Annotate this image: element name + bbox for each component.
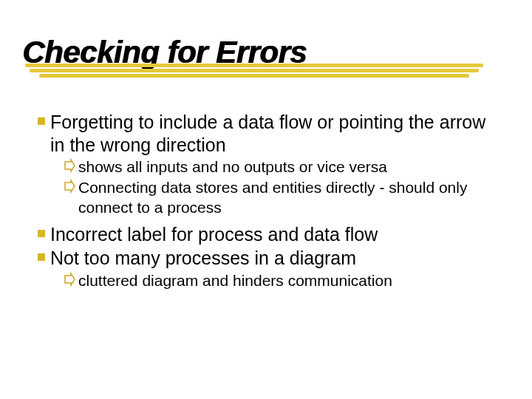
list-item: Incorrect label for process and data flo…: [37, 223, 495, 246]
arrow-bullet-icon: [64, 271, 78, 292]
title-underline: [25, 64, 483, 84]
slide: Checking for Errors Forgetting to includ…: [0, 0, 532, 399]
slide-body: Forgetting to include a data flow or poi…: [37, 111, 495, 292]
bullet-text: Incorrect label for process and data flo…: [50, 223, 495, 246]
list-item: Connecting data stores and entities dire…: [64, 178, 495, 217]
arrow-bullet-icon: [64, 178, 78, 199]
svg-rect-2: [38, 253, 45, 261]
list-item: Not too many processes in a diagram: [37, 247, 495, 270]
svg-rect-0: [38, 117, 45, 125]
arrow-bullet-icon: [64, 157, 78, 178]
title-area: Checking for Errors: [22, 37, 510, 84]
square-bullet-icon: [37, 247, 50, 266]
svg-rect-1: [38, 230, 45, 237]
bullet-text: shows all inputs and no outputs or vice …: [78, 157, 495, 177]
bullet-text: Not too many processes in a diagram: [50, 247, 495, 270]
bullet-text: Forgetting to include a data flow or poi…: [50, 111, 495, 156]
bullet-text: Connecting data stores and entities dire…: [78, 178, 495, 217]
list-item: shows all inputs and no outputs or vice …: [64, 157, 495, 178]
square-bullet-icon: [37, 111, 50, 130]
bullet-text: cluttered diagram and hinders communicat…: [78, 271, 495, 290]
list-item: Forgetting to include a data flow or poi…: [37, 111, 495, 156]
list-item: cluttered diagram and hinders communicat…: [64, 271, 495, 292]
square-bullet-icon: [37, 223, 50, 242]
